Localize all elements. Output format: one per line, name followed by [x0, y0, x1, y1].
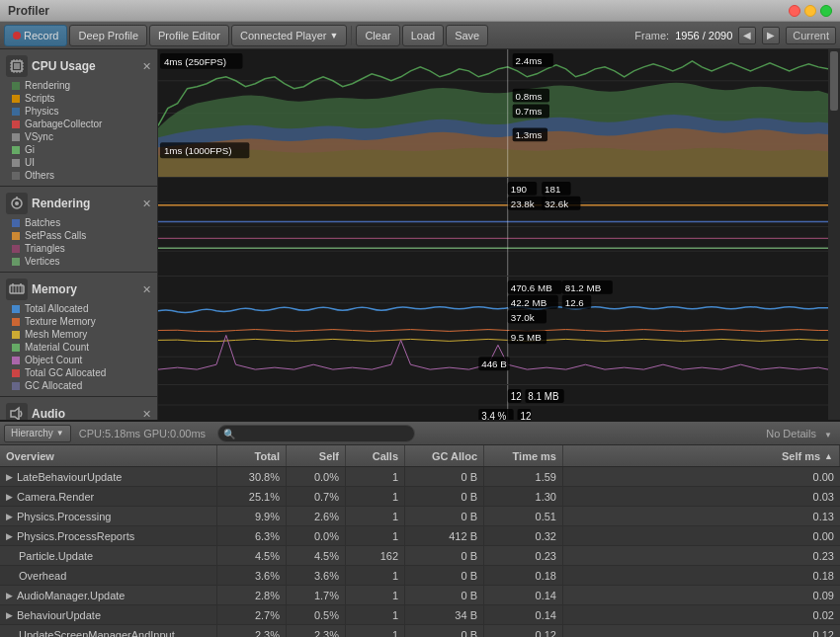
expand-arrow[interactable]: ▶	[6, 610, 13, 620]
legend-item: UI	[0, 156, 157, 169]
record-icon	[13, 32, 21, 40]
audio-section-label: Audio ✕ Playing Audio SourcesAudio Voice…	[0, 397, 157, 420]
td-timems: 1.30	[484, 487, 563, 506]
prev-frame-button[interactable]: ◀	[738, 27, 756, 44]
td-gcalloc: 0 B	[405, 625, 484, 637]
legend-item: Texture Memory	[0, 315, 157, 328]
rendering-section-label: Rendering ✕ BatchesSetPass CallsTriangle…	[0, 187, 157, 273]
th-total[interactable]: Total	[217, 445, 287, 466]
expand-arrow[interactable]: ▶	[6, 492, 13, 502]
legend-item: Rendering	[0, 79, 157, 92]
audio-close-button[interactable]: ✕	[142, 408, 151, 421]
td-total: 2.8%	[217, 586, 287, 604]
td-gcalloc: 0 B	[405, 487, 484, 506]
svg-text:190: 190	[511, 184, 528, 195]
rendering-title: Rendering	[32, 197, 142, 210]
legend-item: SetPass Calls	[0, 229, 157, 242]
table-row[interactable]: ▶ LateBehaviourUpdate 30.8% 0.0% 1 0 B 1…	[0, 467, 840, 487]
td-timems: 0.18	[484, 566, 563, 585]
graphs-scrollbar[interactable]	[828, 49, 840, 420]
memory-close-button[interactable]: ✕	[142, 283, 151, 296]
td-total: 25.1%	[217, 487, 287, 506]
details-dropdown-arrow[interactable]: ▼	[824, 428, 836, 439]
cpu-graph: 4ms (250FPS) 1ms (1000FPS) 2.4ms 0.8ms 0…	[158, 49, 828, 178]
legend-item: Physics	[0, 105, 157, 118]
th-overview[interactable]: Overview	[0, 445, 217, 466]
memory-graph: 470.6 MB 42.2 MB 37.0k 81.2 MB 12.6 9.5 …	[158, 277, 828, 385]
audio-title: Audio	[32, 407, 142, 420]
svg-text:181: 181	[545, 184, 560, 195]
svg-text:1ms (1000FPS): 1ms (1000FPS)	[164, 145, 232, 156]
th-gcalloc[interactable]: GC Alloc	[405, 445, 484, 466]
hierarchy-dropdown[interactable]: Hierarchy ▼	[4, 425, 71, 442]
svg-text:12: 12	[511, 391, 522, 402]
td-calls: 1	[346, 605, 405, 624]
sort-icon: ▲	[824, 451, 833, 461]
rendering-icon	[6, 193, 28, 214]
expand-arrow[interactable]: ▶	[6, 591, 13, 600]
svg-marker-24	[11, 408, 19, 420]
profile-editor-button[interactable]: Profile Editor	[149, 25, 229, 46]
expand-arrow[interactable]: ▶	[6, 472, 13, 482]
next-frame-button[interactable]: ▶	[762, 27, 780, 44]
title-bar: Profiler	[0, 0, 840, 22]
table-row[interactable]: Particle.Update 4.5% 4.5% 162 0 B 0.23 0…	[0, 546, 840, 566]
legend-item: Object Count	[0, 354, 157, 366]
graphs-right-panel: 4ms (250FPS) 1ms (1000FPS) 2.4ms 0.8ms 0…	[158, 49, 828, 420]
td-total: 2.3%	[217, 625, 287, 637]
legend-item: Triangles	[0, 242, 157, 255]
svg-text:0.8ms: 0.8ms	[516, 91, 543, 102]
svg-text:8.1 MB: 8.1 MB	[528, 391, 558, 402]
cpu-close-button[interactable]: ✕	[142, 60, 151, 73]
th-timems[interactable]: Time ms	[484, 445, 563, 466]
connected-player-button[interactable]: Connected Player ▼	[231, 25, 347, 46]
maximize-button[interactable]	[820, 5, 832, 17]
legend-item: Gi	[0, 143, 157, 156]
bottom-toolbar: Hierarchy ▼ CPU:5.18ms GPU:0.00ms 🔍 No D…	[0, 422, 840, 445]
table-row[interactable]: UpdateScreenManagerAndInput 2.3% 2.3% 1 …	[0, 625, 840, 637]
rendering-close-button[interactable]: ✕	[142, 198, 151, 210]
dropdown-arrow-icon: ▼	[329, 31, 338, 40]
search-input[interactable]	[217, 425, 415, 442]
expand-arrow[interactable]: ▶	[6, 512, 13, 521]
table-row[interactable]: ▶ Camera.Render 25.1% 0.7% 1 0 B 1.30 0.…	[0, 487, 840, 507]
td-selfms: 0.09	[563, 586, 840, 604]
minimize-button[interactable]	[804, 5, 816, 17]
td-name: ▶ Physics.ProcessReports	[0, 526, 217, 545]
th-selfms[interactable]: Self ms ▲	[563, 445, 840, 466]
svg-text:9.5 MB: 9.5 MB	[511, 332, 543, 343]
td-name: Particle.Update	[0, 546, 217, 565]
table-row[interactable]: Overhead 3.6% 3.6% 1 0 B 0.18 0.18	[0, 566, 840, 586]
td-timems: 0.14	[484, 605, 563, 624]
table-row[interactable]: ▶ Physics.Processing 9.9% 2.6% 1 0 B 0.5…	[0, 507, 840, 526]
toolbar-separator	[351, 26, 352, 45]
search-icon: 🔍	[223, 428, 235, 438]
td-selfms: 0.02	[563, 605, 840, 624]
current-badge[interactable]: Current	[786, 27, 836, 44]
clear-button[interactable]: Clear	[356, 25, 399, 46]
legend-item: Others	[0, 169, 157, 182]
bottom-table-area: Hierarchy ▼ CPU:5.18ms GPU:0.00ms 🔍 No D…	[0, 420, 840, 637]
th-self[interactable]: Self	[287, 445, 346, 466]
td-calls: 1	[346, 487, 405, 506]
save-button[interactable]: Save	[446, 25, 488, 46]
td-timems: 0.12	[484, 625, 563, 637]
deep-profile-button[interactable]: Deep Profile	[69, 25, 147, 46]
record-button[interactable]: Record	[4, 25, 67, 46]
th-calls[interactable]: Calls	[346, 445, 405, 466]
svg-text:3.4 %: 3.4 %	[481, 411, 506, 420]
graphs-scrollbar-thumb[interactable]	[830, 51, 838, 111]
cpu-legend: RenderingScriptsPhysicsGarbageCollectorV…	[0, 79, 157, 182]
expand-arrow[interactable]: ▶	[6, 531, 13, 541]
table-row[interactable]: ▶ AudioManager.Update 2.8% 1.7% 1 0 B 0.…	[0, 586, 840, 605]
load-button[interactable]: Load	[402, 25, 444, 46]
td-gcalloc: 0 B	[405, 566, 484, 585]
svg-text:0.7ms: 0.7ms	[516, 106, 543, 117]
svg-text:2.4ms: 2.4ms	[516, 55, 543, 66]
table-row[interactable]: ▶ Physics.ProcessReports 6.3% 0.0% 1 412…	[0, 526, 840, 546]
td-selfms: 0.13	[563, 507, 840, 525]
close-button[interactable]	[789, 5, 800, 17]
td-name: ▶ AudioManager.Update	[0, 586, 217, 604]
table-row[interactable]: ▶ BehaviourUpdate 2.7% 0.5% 1 34 B 0.14 …	[0, 605, 840, 625]
td-gcalloc: 0 B	[405, 467, 484, 486]
